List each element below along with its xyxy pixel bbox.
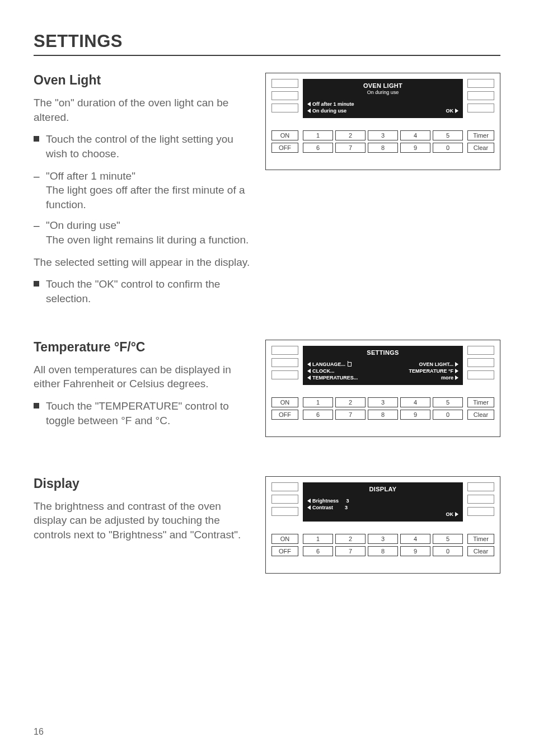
off-button[interactable]: OFF [271, 546, 298, 556]
oven-light-outro: The selected setting will appear in the … [34, 255, 251, 270]
triangle-right-icon [455, 375, 458, 380]
on-button[interactable]: ON [271, 130, 298, 140]
menu-temperatures: TEMPERATURES... [312, 375, 358, 381]
lcd-screen: OVEN LIGHT On during use Off after 1 min… [303, 79, 463, 118]
triangle-right-icon [455, 362, 458, 367]
soft-key-right-1[interactable] [467, 79, 494, 88]
key-4[interactable]: 4 [400, 534, 430, 544]
display-brightness-label: Brightness [312, 498, 339, 504]
key-7[interactable]: 7 [335, 410, 366, 420]
key-0[interactable]: 0 [433, 410, 463, 420]
triangle-left-icon [307, 375, 311, 380]
off-button[interactable]: OFF [271, 410, 298, 420]
soft-key-right-2[interactable] [467, 91, 494, 100]
key-3[interactable]: 3 [368, 397, 398, 407]
menu-more: more [441, 375, 453, 381]
soft-key-left-2[interactable] [271, 358, 298, 367]
temperature-intro: All oven temperatures can be displayed i… [34, 363, 251, 391]
soft-key-left-1[interactable] [271, 482, 298, 491]
key-5[interactable]: 5 [433, 130, 463, 140]
key-0[interactable]: 0 [433, 546, 463, 556]
off-button[interactable]: OFF [271, 143, 298, 153]
soft-key-right-2[interactable] [467, 495, 494, 504]
clear-button[interactable]: Clear [467, 546, 494, 556]
oven-light-step-2: Touch the "OK" control to confirm the se… [34, 277, 251, 306]
key-8[interactable]: 8 [368, 410, 398, 420]
triangle-left-icon [307, 499, 311, 503]
timer-button[interactable]: Timer [467, 397, 494, 407]
on-button[interactable]: ON [271, 397, 298, 407]
soft-key-left-3[interactable] [271, 370, 298, 379]
screen-title: DISPLAY [307, 486, 458, 492]
key-7[interactable]: 7 [335, 143, 366, 153]
key-2[interactable]: 2 [335, 534, 366, 544]
key-9[interactable]: 9 [400, 410, 430, 420]
oven-light-option-on: "On during use" The oven light remains l… [34, 218, 251, 247]
triangle-left-icon [307, 505, 311, 510]
key-9[interactable]: 9 [400, 546, 430, 556]
key-8[interactable]: 8 [368, 143, 398, 153]
temperature-heading: Temperature °F/°C [34, 340, 251, 355]
key-6[interactable]: 6 [303, 546, 333, 556]
key-3[interactable]: 3 [368, 130, 398, 140]
key-9[interactable]: 9 [400, 143, 430, 153]
clear-button[interactable]: Clear [467, 410, 494, 420]
soft-key-right-1[interactable] [467, 346, 494, 355]
soft-key-right-2[interactable] [467, 358, 494, 367]
soft-key-right-1[interactable] [467, 482, 494, 491]
menu-clock: CLOCK... [312, 368, 335, 374]
soft-key-left-3[interactable] [271, 104, 298, 112]
display-brightness-value: 3 [346, 498, 349, 504]
screen-title: OVEN LIGHT [307, 82, 458, 89]
oven-light-option-off: "Off after 1 minute" The light goes off … [34, 169, 251, 212]
key-2[interactable]: 2 [335, 130, 366, 140]
key-6[interactable]: 6 [303, 143, 333, 153]
key-0[interactable]: 0 [433, 143, 463, 153]
screen-ok-label: OK [446, 108, 454, 114]
screen-line-off-after: Off after 1 minute [312, 101, 354, 107]
key-1[interactable]: 1 [303, 130, 333, 140]
on-button[interactable]: ON [271, 534, 298, 544]
key-4[interactable]: 4 [400, 397, 430, 407]
screen-line-on-during: On during use [312, 108, 346, 114]
display-heading: Display [34, 476, 251, 491]
key-5[interactable]: 5 [433, 534, 463, 544]
triangle-left-icon [307, 362, 311, 367]
key-1[interactable]: 1 [303, 534, 333, 544]
key-8[interactable]: 8 [368, 546, 398, 556]
soft-key-left-2[interactable] [271, 91, 298, 100]
display-contrast-label: Contrast [312, 505, 333, 510]
triangle-right-icon [455, 369, 458, 373]
key-6[interactable]: 6 [303, 410, 333, 420]
soft-key-right-3[interactable] [467, 104, 494, 112]
soft-key-left-1[interactable] [271, 346, 298, 355]
key-3[interactable]: 3 [368, 534, 398, 544]
menu-temperature: TEMPERATURE °F [409, 368, 453, 374]
oven-light-intro: The "on" duration of the oven light can … [34, 96, 251, 124]
key-2[interactable]: 2 [335, 397, 366, 407]
soft-key-right-3[interactable] [467, 370, 494, 379]
key-7[interactable]: 7 [335, 546, 366, 556]
triangle-right-icon [455, 512, 458, 516]
oven-light-heading: Oven Light [34, 73, 251, 88]
page-number: 16 [34, 727, 44, 737]
option-off-title: "Off after 1 minute" [46, 170, 135, 182]
timer-button[interactable]: Timer [467, 130, 494, 140]
key-1[interactable]: 1 [303, 397, 333, 407]
soft-key-left-3[interactable] [271, 507, 298, 516]
soft-key-left-1[interactable] [271, 79, 298, 88]
soft-key-right-3[interactable] [467, 507, 494, 516]
screen-ok-label: OK [446, 511, 454, 517]
soft-key-left-2[interactable] [271, 495, 298, 504]
option-on-body: The oven light remains lit during a func… [46, 233, 251, 247]
clear-button[interactable]: Clear [467, 143, 494, 153]
section-temperature: Temperature °F/°C All oven temperatures … [34, 340, 500, 437]
triangle-left-icon [307, 369, 311, 373]
panel-display: DISPLAY Brightness 3 Contrast 3 [265, 476, 500, 574]
option-on-title: "On during use" [46, 219, 120, 231]
screen-title: SETTINGS [307, 349, 458, 356]
display-intro: The brightness and contrast of the oven … [34, 499, 251, 542]
timer-button[interactable]: Timer [467, 534, 494, 544]
key-5[interactable]: 5 [433, 397, 463, 407]
key-4[interactable]: 4 [400, 130, 430, 140]
